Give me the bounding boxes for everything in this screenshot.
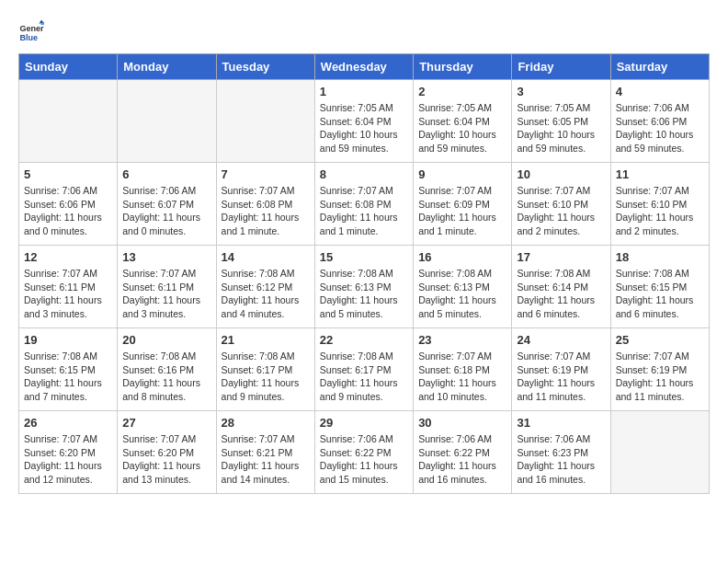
day-info: Sunrise: 7:07 AMSunset: 6:20 PMDaylight:… bbox=[122, 432, 210, 487]
day-number: 19 bbox=[24, 333, 112, 347]
day-number: 8 bbox=[320, 167, 408, 181]
calendar-cell: 17Sunrise: 7:08 AMSunset: 6:14 PMDayligh… bbox=[512, 246, 610, 328]
calendar-cell: 11Sunrise: 7:07 AMSunset: 6:10 PMDayligh… bbox=[610, 163, 709, 246]
day-number: 31 bbox=[517, 416, 605, 430]
day-number: 30 bbox=[418, 416, 506, 430]
weekday-header-monday: Monday bbox=[118, 54, 216, 80]
day-number: 29 bbox=[320, 416, 408, 430]
calendar-cell: 27Sunrise: 7:07 AMSunset: 6:20 PMDayligh… bbox=[118, 411, 216, 494]
calendar-cell bbox=[19, 80, 118, 163]
calendar-cell: 6Sunrise: 7:06 AMSunset: 6:07 PMDaylight… bbox=[118, 163, 216, 246]
day-number: 6 bbox=[122, 167, 210, 181]
calendar-table: SundayMondayTuesdayWednesdayThursdayFrid… bbox=[18, 53, 710, 494]
day-info: Sunrise: 7:07 AMSunset: 6:20 PMDaylight:… bbox=[24, 432, 112, 487]
calendar-cell: 4Sunrise: 7:06 AMSunset: 6:06 PMDaylight… bbox=[610, 80, 709, 163]
day-info: Sunrise: 7:07 AMSunset: 6:11 PMDaylight:… bbox=[24, 267, 112, 321]
day-info: Sunrise: 7:07 AMSunset: 6:19 PMDaylight:… bbox=[517, 350, 605, 404]
day-info: Sunrise: 7:06 AMSunset: 6:06 PMDaylight:… bbox=[616, 101, 704, 155]
day-number: 27 bbox=[122, 416, 210, 430]
calendar-cell: 24Sunrise: 7:07 AMSunset: 6:19 PMDayligh… bbox=[512, 328, 610, 411]
day-info: Sunrise: 7:07 AMSunset: 6:21 PMDaylight:… bbox=[222, 432, 310, 487]
calendar-cell: 20Sunrise: 7:08 AMSunset: 6:16 PMDayligh… bbox=[118, 328, 216, 411]
day-info: Sunrise: 7:07 AMSunset: 6:11 PMDaylight:… bbox=[122, 267, 210, 321]
week-row-4: 26Sunrise: 7:07 AMSunset: 6:20 PMDayligh… bbox=[19, 411, 710, 494]
calendar-cell: 3Sunrise: 7:05 AMSunset: 6:05 PMDaylight… bbox=[512, 80, 610, 163]
calendar-cell: 23Sunrise: 7:07 AMSunset: 6:18 PMDayligh… bbox=[414, 328, 512, 411]
calendar-cell: 26Sunrise: 7:07 AMSunset: 6:20 PMDayligh… bbox=[19, 411, 118, 494]
weekday-header-thursday: Thursday bbox=[414, 54, 512, 80]
header: General Blue bbox=[18, 18, 710, 44]
calendar-cell: 8Sunrise: 7:07 AMSunset: 6:08 PMDaylight… bbox=[314, 163, 413, 246]
day-number: 25 bbox=[616, 333, 704, 347]
week-row-1: 5Sunrise: 7:06 AMSunset: 6:06 PMDaylight… bbox=[19, 163, 710, 246]
day-number: 11 bbox=[616, 167, 704, 181]
day-number: 5 bbox=[24, 167, 112, 181]
day-number: 14 bbox=[222, 250, 310, 264]
day-info: Sunrise: 7:07 AMSunset: 6:09 PMDaylight:… bbox=[418, 184, 506, 238]
day-number: 9 bbox=[418, 167, 506, 181]
day-info: Sunrise: 7:05 AMSunset: 6:04 PMDaylight:… bbox=[418, 101, 506, 155]
day-info: Sunrise: 7:08 AMSunset: 6:13 PMDaylight:… bbox=[418, 267, 506, 321]
day-number: 22 bbox=[320, 333, 408, 347]
calendar-cell: 5Sunrise: 7:06 AMSunset: 6:06 PMDaylight… bbox=[19, 163, 118, 246]
day-info: Sunrise: 7:08 AMSunset: 6:15 PMDaylight:… bbox=[24, 350, 112, 404]
day-info: Sunrise: 7:08 AMSunset: 6:12 PMDaylight:… bbox=[222, 267, 310, 321]
day-number: 26 bbox=[24, 416, 112, 430]
calendar-cell: 18Sunrise: 7:08 AMSunset: 6:15 PMDayligh… bbox=[610, 246, 709, 328]
day-number: 24 bbox=[517, 333, 605, 347]
calendar-cell: 9Sunrise: 7:07 AMSunset: 6:09 PMDaylight… bbox=[414, 163, 512, 246]
svg-text:General: General bbox=[19, 24, 44, 33]
weekday-header-friday: Friday bbox=[512, 54, 610, 80]
day-number: 20 bbox=[122, 333, 210, 347]
svg-text:Blue: Blue bbox=[19, 33, 38, 42]
calendar-cell: 21Sunrise: 7:08 AMSunset: 6:17 PMDayligh… bbox=[216, 328, 314, 411]
day-number: 3 bbox=[517, 85, 605, 98]
day-number: 10 bbox=[517, 167, 605, 181]
day-info: Sunrise: 7:07 AMSunset: 6:08 PMDaylight:… bbox=[320, 184, 408, 238]
day-info: Sunrise: 7:06 AMSunset: 6:23 PMDaylight:… bbox=[517, 432, 605, 487]
weekday-header-sunday: Sunday bbox=[19, 54, 118, 80]
calendar-cell: 1Sunrise: 7:05 AMSunset: 6:04 PMDaylight… bbox=[314, 80, 413, 163]
calendar-cell: 22Sunrise: 7:08 AMSunset: 6:17 PMDayligh… bbox=[314, 328, 413, 411]
day-info: Sunrise: 7:07 AMSunset: 6:10 PMDaylight:… bbox=[517, 184, 605, 238]
day-info: Sunrise: 7:08 AMSunset: 6:16 PMDaylight:… bbox=[122, 350, 210, 404]
calendar-cell: 14Sunrise: 7:08 AMSunset: 6:12 PMDayligh… bbox=[216, 246, 314, 328]
calendar-cell: 13Sunrise: 7:07 AMSunset: 6:11 PMDayligh… bbox=[118, 246, 216, 328]
calendar-cell bbox=[118, 80, 216, 163]
day-number: 17 bbox=[517, 250, 605, 264]
calendar-cell: 2Sunrise: 7:05 AMSunset: 6:04 PMDaylight… bbox=[414, 80, 512, 163]
day-info: Sunrise: 7:07 AMSunset: 6:08 PMDaylight:… bbox=[222, 184, 310, 238]
day-number: 28 bbox=[222, 416, 310, 430]
day-info: Sunrise: 7:07 AMSunset: 6:19 PMDaylight:… bbox=[616, 350, 704, 404]
calendar-cell: 12Sunrise: 7:07 AMSunset: 6:11 PMDayligh… bbox=[19, 246, 118, 328]
calendar-cell: 16Sunrise: 7:08 AMSunset: 6:13 PMDayligh… bbox=[414, 246, 512, 328]
calendar-cell: 19Sunrise: 7:08 AMSunset: 6:15 PMDayligh… bbox=[19, 328, 118, 411]
day-info: Sunrise: 7:08 AMSunset: 6:17 PMDaylight:… bbox=[222, 350, 310, 404]
day-info: Sunrise: 7:06 AMSunset: 6:06 PMDaylight:… bbox=[24, 184, 112, 238]
calendar-cell: 25Sunrise: 7:07 AMSunset: 6:19 PMDayligh… bbox=[610, 328, 709, 411]
day-number: 13 bbox=[122, 250, 210, 264]
day-number: 18 bbox=[616, 250, 704, 264]
day-info: Sunrise: 7:06 AMSunset: 6:22 PMDaylight:… bbox=[320, 432, 408, 487]
week-row-3: 19Sunrise: 7:08 AMSunset: 6:15 PMDayligh… bbox=[19, 328, 710, 411]
day-info: Sunrise: 7:08 AMSunset: 6:15 PMDaylight:… bbox=[616, 267, 704, 321]
week-row-2: 12Sunrise: 7:07 AMSunset: 6:11 PMDayligh… bbox=[19, 246, 710, 328]
weekday-header-wednesday: Wednesday bbox=[314, 54, 413, 80]
calendar-cell bbox=[610, 411, 709, 494]
week-row-0: 1Sunrise: 7:05 AMSunset: 6:04 PMDaylight… bbox=[19, 80, 710, 163]
calendar-cell: 29Sunrise: 7:06 AMSunset: 6:22 PMDayligh… bbox=[314, 411, 413, 494]
calendar-cell: 31Sunrise: 7:06 AMSunset: 6:23 PMDayligh… bbox=[512, 411, 610, 494]
logo: General Blue bbox=[18, 18, 48, 44]
day-info: Sunrise: 7:05 AMSunset: 6:05 PMDaylight:… bbox=[517, 101, 605, 155]
day-info: Sunrise: 7:08 AMSunset: 6:13 PMDaylight:… bbox=[320, 267, 408, 321]
weekday-header-saturday: Saturday bbox=[610, 54, 709, 80]
day-number: 12 bbox=[24, 250, 112, 264]
day-number: 1 bbox=[320, 85, 408, 98]
day-number: 4 bbox=[616, 85, 704, 98]
weekday-header-tuesday: Tuesday bbox=[216, 54, 314, 80]
calendar-cell: 10Sunrise: 7:07 AMSunset: 6:10 PMDayligh… bbox=[512, 163, 610, 246]
day-info: Sunrise: 7:08 AMSunset: 6:14 PMDaylight:… bbox=[517, 267, 605, 321]
calendar-cell bbox=[216, 80, 314, 163]
calendar-cell: 28Sunrise: 7:07 AMSunset: 6:21 PMDayligh… bbox=[216, 411, 314, 494]
day-number: 16 bbox=[418, 250, 506, 264]
